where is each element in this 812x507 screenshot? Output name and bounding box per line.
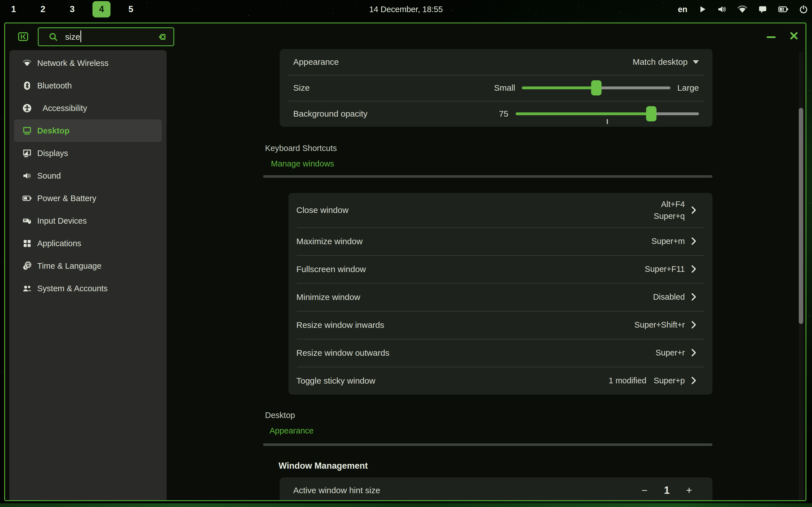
shortcut-row-minimize-window[interactable]: Minimize window Disabled — [289, 283, 712, 311]
media-play-icon[interactable] — [698, 5, 707, 14]
shortcut-row-fullscreen-window[interactable]: Fullscreen window Super+F11 — [289, 255, 712, 283]
hint-size-stepper: − 1 + — [641, 485, 693, 496]
sidebar-item-applications[interactable]: Applications — [14, 232, 162, 255]
sidebar-item-displays[interactable]: Displays — [14, 142, 162, 165]
sidebar-item-accessibility[interactable]: Accessibility — [14, 97, 162, 119]
apps-grid-icon — [22, 239, 32, 248]
shortcut-action: Resize window outwards — [296, 348, 389, 358]
shortcut-action: Maximize window — [296, 237, 363, 246]
accessibility-icon — [22, 103, 32, 113]
search-input[interactable]: size — [38, 27, 174, 46]
shortcut-action: Resize window inwards — [296, 320, 384, 330]
scrollbar-track[interactable] — [799, 52, 803, 501]
sidebar-item-power-battery[interactable]: Power & Battery — [14, 187, 162, 210]
opacity-value: 75 — [499, 109, 508, 119]
shortcut-row-resize-inwards[interactable]: Resize window inwards Super+Shift+r — [289, 311, 712, 339]
shortcut-row-close-window[interactable]: Close window Alt+F4 Super+q — [289, 193, 712, 227]
slider-handle[interactable] — [646, 106, 657, 121]
sidebar-toggle-button[interactable] — [17, 32, 29, 42]
wallpaper-hills — [0, 503, 812, 507]
minimize-icon — [767, 36, 776, 38]
shortcut-binding: Alt+F4 — [661, 198, 685, 210]
shortcut-action: Fullscreen window — [296, 265, 366, 274]
slider-fill — [516, 112, 651, 115]
workspace-4-active[interactable]: 4 — [93, 1, 110, 17]
modified-badge: 1 modified — [609, 376, 647, 385]
chevron-right-icon — [691, 348, 697, 357]
shortcut-action: Close window — [296, 205, 349, 215]
close-button[interactable] — [787, 29, 801, 43]
appearance-label: Appearance — [293, 57, 339, 67]
shortcut-row-toggle-sticky[interactable]: Toggle sticky window 1 modified Super+p — [289, 367, 712, 395]
opacity-slider[interactable] — [516, 112, 699, 115]
workspace-5[interactable]: 5 — [122, 1, 140, 17]
increment-button[interactable]: + — [686, 485, 693, 496]
sidebar-item-time-language[interactable]: Time & Language — [14, 255, 162, 277]
chevron-right-icon — [691, 293, 697, 301]
shortcut-row-resize-outwards[interactable]: Resize window outwards Super+r — [289, 339, 712, 367]
chevron-right-icon — [691, 321, 697, 329]
top-panel: 1 2 3 4 5 14 December, 18:55 en — [0, 0, 812, 18]
shortcut-binding: Super+p — [654, 375, 685, 386]
settings-window: size Network & Wireless Bluetooth Access… — [4, 22, 806, 501]
hint-size-value: 1 — [664, 485, 670, 496]
active-window-hint-size-row: Active window hint size − 1 + — [280, 477, 712, 501]
section-divider — [263, 175, 712, 178]
keyboard-layout-indicator[interactable]: en — [678, 5, 688, 14]
size-min-label: Small — [494, 83, 515, 93]
appearance-row[interactable]: Appearance Match desktop — [280, 49, 712, 75]
appearance-link[interactable]: Appearance — [269, 426, 313, 436]
clock[interactable]: 14 December, 18:55 — [369, 5, 443, 14]
shortcut-row-maximize-window[interactable]: Maximize window Super+m — [289, 227, 712, 255]
background-opacity-row: Background opacity 75 — [280, 101, 712, 127]
sidebar-collapse-icon — [18, 32, 29, 41]
volume-icon[interactable] — [717, 5, 727, 14]
shortcuts-card: Close window Alt+F4 Super+q Maximize win… — [289, 193, 712, 395]
sidebar-item-label: Applications — [37, 239, 81, 248]
search-icon — [48, 32, 58, 42]
battery-icon — [22, 194, 32, 203]
manage-windows-link[interactable]: Manage windows — [271, 159, 334, 168]
workspace-3[interactable]: 3 — [63, 1, 81, 17]
sidebar-item-system-accounts[interactable]: System & Accounts — [14, 277, 162, 300]
shortcut-binding: Disabled — [653, 291, 685, 303]
sidebar-item-bluetooth[interactable]: Bluetooth — [14, 74, 162, 97]
sidebar-item-sound[interactable]: Sound — [14, 165, 162, 187]
sidebar-item-label: Bluetooth — [37, 81, 72, 91]
size-label: Size — [293, 83, 310, 93]
appearance-dropdown-value[interactable]: Match desktop — [633, 57, 688, 67]
notifications-icon[interactable] — [758, 5, 767, 14]
desktop-icon — [22, 126, 32, 135]
shortcut-binding: Super+m — [652, 235, 685, 247]
sidebar-item-label: Time & Language — [37, 262, 101, 271]
clear-search-icon[interactable] — [155, 33, 166, 41]
wifi-icon[interactable] — [737, 5, 748, 14]
sidebar-item-label: Accessibility — [43, 104, 87, 113]
wifi-icon — [22, 59, 32, 67]
sidebar-item-network-wireless[interactable]: Network & Wireless — [14, 52, 162, 74]
panel-appearance-card: Appearance Match desktop Size Small Larg… — [280, 49, 712, 127]
sidebar-item-label: System & Accounts — [37, 284, 108, 293]
opacity-tick — [607, 119, 608, 124]
scrollbar-thumb[interactable] — [799, 108, 803, 324]
displays-icon — [22, 149, 32, 158]
bluetooth-icon — [22, 81, 32, 91]
system-tray: en — [678, 0, 808, 18]
window-management-card: Active window hint size − 1 + — [280, 477, 712, 501]
sidebar-item-label: Sound — [37, 171, 61, 180]
section-divider — [263, 443, 712, 446]
workspace-2[interactable]: 2 — [34, 1, 52, 17]
decrement-button[interactable]: − — [641, 485, 648, 496]
sidebar-item-input-devices[interactable]: Input Devices — [14, 210, 162, 232]
minimize-button[interactable] — [764, 31, 778, 44]
size-slider[interactable] — [522, 87, 670, 89]
keyboard-mouse-icon — [22, 216, 32, 225]
workspace-1[interactable]: 1 — [4, 1, 22, 17]
hint-size-label: Active window hint size — [293, 486, 380, 495]
shortcut-binding: Super+F11 — [645, 263, 685, 275]
battery-charging-icon[interactable] — [778, 5, 789, 14]
workspace-switcher: 1 2 3 4 5 — [4, 1, 140, 17]
slider-handle[interactable] — [591, 80, 601, 96]
power-icon[interactable] — [799, 5, 808, 14]
sidebar-item-desktop[interactable]: Desktop — [14, 119, 162, 142]
